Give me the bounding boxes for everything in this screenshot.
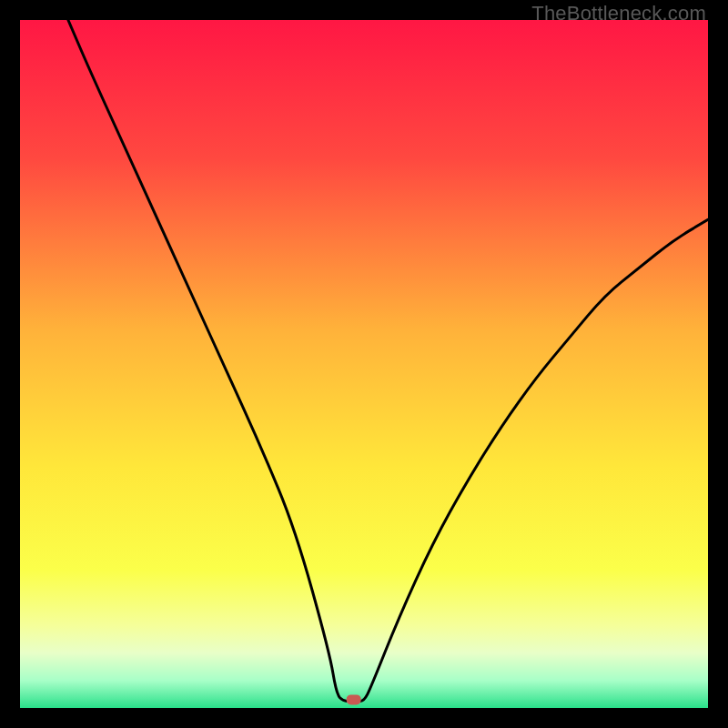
chart-background: [20, 20, 708, 708]
chart-marker: [347, 694, 361, 704]
chart-frame: [20, 20, 708, 708]
chart-svg: [20, 20, 708, 708]
